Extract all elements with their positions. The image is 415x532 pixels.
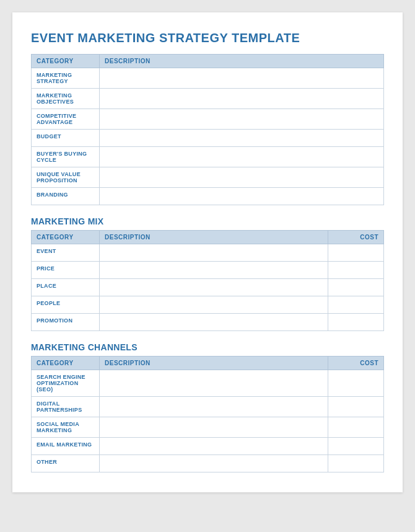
page: EVENT MARKETING STRATEGY TEMPLATE CATEGO…	[12, 12, 403, 492]
description-cell[interactable]	[100, 147, 384, 167]
table-row: OTHER	[32, 455, 384, 472]
description-cell[interactable]	[100, 438, 328, 455]
col-header-category-3: CATEGORY	[32, 357, 100, 370]
category-cell: SOCIAL MEDIA MARKETING	[32, 417, 100, 438]
table-row: COMPETITIVE ADVANTAGE	[32, 109, 384, 130]
cost-cell[interactable]	[328, 438, 384, 455]
description-cell[interactable]	[100, 279, 328, 296]
category-cell: PROMOTION	[32, 314, 100, 331]
table-row: EVENT	[32, 244, 384, 262]
category-cell: UNIQUE VALUE PROPOSITION	[32, 167, 100, 188]
category-cell: EMAIL MARKETING	[32, 438, 100, 455]
cost-cell[interactable]	[328, 397, 384, 417]
category-cell: EVENT	[32, 244, 100, 262]
category-cell: BUYER'S BUYING CYCLE	[32, 147, 100, 167]
description-cell[interactable]	[100, 167, 384, 188]
description-cell[interactable]	[100, 188, 384, 205]
description-cell[interactable]	[100, 314, 328, 331]
category-cell: BRANDING	[32, 188, 100, 205]
channels-table: CATEGORY DESCRIPTION COST SEARCH ENGINE …	[31, 356, 384, 472]
table-row: BUYER'S BUYING CYCLE	[32, 147, 384, 167]
table-row: PLACE	[32, 279, 384, 296]
table-row: DIGITAL PARTNERSHIPS	[32, 397, 384, 417]
col-header-category-1: CATEGORY	[32, 55, 100, 68]
description-cell[interactable]	[100, 244, 328, 262]
cost-cell[interactable]	[328, 455, 384, 472]
category-cell: OTHER	[32, 455, 100, 472]
category-cell: PLACE	[32, 279, 100, 296]
strategy-table: CATEGORY DESCRIPTION MARKETING STRATEGYM…	[31, 54, 384, 205]
table-row: SOCIAL MEDIA MARKETING	[32, 417, 384, 438]
table-row: MARKETING OBJECTIVES	[32, 89, 384, 109]
table-row: PEOPLE	[32, 296, 384, 314]
cost-cell[interactable]	[328, 244, 384, 262]
cost-cell[interactable]	[328, 370, 384, 397]
category-cell: PEOPLE	[32, 296, 100, 314]
category-cell: COMPETITIVE ADVANTAGE	[32, 109, 100, 130]
col-header-description-3: DESCRIPTION	[100, 357, 328, 370]
col-header-cost-3: COST	[328, 357, 384, 370]
mix-table: CATEGORY DESCRIPTION COST EVENTPRICEPLAC…	[31, 230, 384, 331]
category-cell: MARKETING OBJECTIVES	[32, 89, 100, 109]
description-cell[interactable]	[100, 130, 384, 147]
cost-cell[interactable]	[328, 417, 384, 438]
page-title: EVENT MARKETING STRATEGY TEMPLATE	[31, 31, 384, 45]
section3-title: MARKETING CHANNELS	[31, 342, 384, 352]
cost-cell[interactable]	[328, 296, 384, 314]
table-row: BRANDING	[32, 188, 384, 205]
table-row: EMAIL MARKETING	[32, 438, 384, 455]
category-cell: DIGITAL PARTNERSHIPS	[32, 397, 100, 417]
table-row: SEARCH ENGINE OPTIMIZATION (SEO)	[32, 370, 384, 397]
cost-cell[interactable]	[328, 279, 384, 296]
category-cell: BUDGET	[32, 130, 100, 147]
cost-cell[interactable]	[328, 314, 384, 331]
description-cell[interactable]	[100, 417, 328, 438]
col-header-cost-2: COST	[328, 231, 384, 244]
description-cell[interactable]	[100, 370, 328, 397]
table-row: BUDGET	[32, 130, 384, 147]
category-cell: MARKETING STRATEGY	[32, 68, 100, 89]
table-row: PRICE	[32, 262, 384, 279]
description-cell[interactable]	[100, 455, 328, 472]
table-row: PROMOTION	[32, 314, 384, 331]
category-cell: PRICE	[32, 262, 100, 279]
description-cell[interactable]	[100, 397, 328, 417]
col-header-description-1: DESCRIPTION	[100, 55, 384, 68]
col-header-description-2: DESCRIPTION	[100, 231, 328, 244]
col-header-category-2: CATEGORY	[32, 231, 100, 244]
description-cell[interactable]	[100, 296, 328, 314]
cost-cell[interactable]	[328, 262, 384, 279]
description-cell[interactable]	[100, 68, 384, 89]
description-cell[interactable]	[100, 109, 384, 130]
description-cell[interactable]	[100, 262, 328, 279]
table-row: MARKETING STRATEGY	[32, 68, 384, 89]
section2-title: MARKETING MIX	[31, 216, 384, 226]
description-cell[interactable]	[100, 89, 384, 109]
category-cell: SEARCH ENGINE OPTIMIZATION (SEO)	[32, 370, 100, 397]
table-row: UNIQUE VALUE PROPOSITION	[32, 167, 384, 188]
